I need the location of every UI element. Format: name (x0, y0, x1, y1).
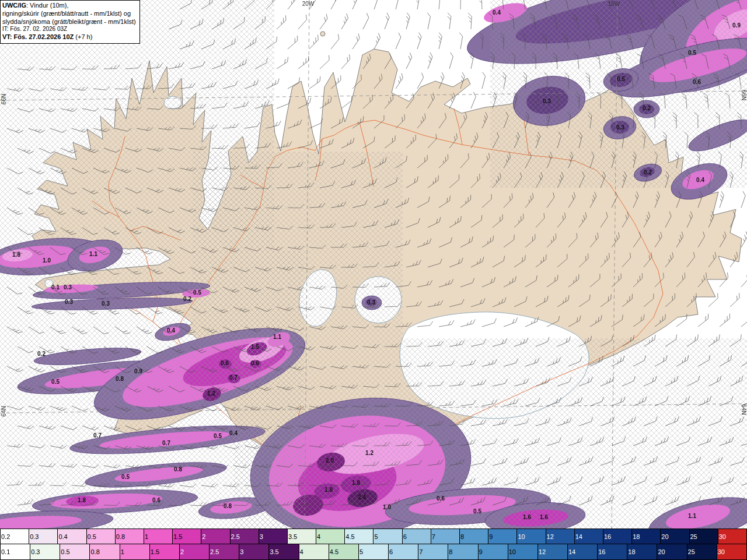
precip-value-label: 0.5 (473, 508, 481, 514)
precip-value-label: 0.8 (116, 376, 124, 382)
precip-value-label: 0.2 (643, 105, 651, 111)
precip-value-label: 2.4 (358, 494, 366, 501)
scale-cell: 16 (603, 529, 632, 544)
scale-cell-label: 25 (688, 548, 695, 555)
precip-scale-row-2: 0.10.30.50.811.522.533.544.5567891012141… (0, 544, 747, 560)
wind-barb (274, 15, 288, 29)
scale-cell-label: 3.5 (288, 533, 297, 540)
precip-value-label: 1.8 (324, 487, 333, 493)
scale-cell: 10 (517, 529, 546, 544)
scale-cell: 1 (120, 544, 150, 559)
precip-value-label: 0.1 (51, 284, 60, 290)
scale-cell-label: 6 (403, 533, 407, 540)
scale-cell-label: 3 (260, 533, 263, 540)
scale-cell-label: 10 (518, 533, 525, 540)
scale-cell-label: 8 (449, 548, 452, 555)
precip-value-label: 1.0 (383, 504, 391, 510)
scale-cell: 20 (657, 544, 687, 559)
precip-value-label: 0.3 (543, 98, 551, 104)
wind-barb (307, 76, 322, 89)
scale-cell-label: 18 (633, 533, 640, 540)
scale-cell: 16 (598, 544, 627, 559)
scale-cell-label: 1 (145, 533, 148, 540)
precip-value-label: 1.1 (273, 334, 281, 340)
precip-value-label: 1.2 (207, 390, 215, 397)
scale-cell: 1.5 (150, 544, 180, 559)
precip-value-label: 0.2 (644, 169, 652, 176)
scale-cell-label: 20 (661, 533, 668, 540)
scale-cell-label: 4.5 (330, 548, 338, 555)
precip-value-label: 0.3 (367, 299, 375, 306)
precip-value-label: 1.1 (89, 251, 97, 257)
scale-cell: 3 (239, 544, 269, 559)
wind-barb (477, 0, 482, 9)
scale-cell: 0.5 (60, 544, 90, 559)
legend-line-rain: rigning/skúrir (grænt/blátt/rautt - mm/1… (2, 10, 136, 18)
init-time: IT: Fös. 27. 02. 2026 03Z (2, 26, 136, 33)
legend-line-snow: slydda/snjókoma (grátt/bleikt/grænt - mm… (2, 18, 136, 26)
scale-cell-label: 7 (419, 548, 423, 555)
scale-cell: 4.5 (345, 529, 374, 544)
precip-value-label: 0.6 (437, 495, 445, 502)
scale-cell: 1.5 (173, 529, 201, 544)
valid-time-line: VT: Fös. 27.02.2026 10Z (+7 h) (2, 33, 136, 41)
graticule-label: 64N (1, 406, 7, 416)
scale-cell-label: 1.5 (173, 533, 182, 540)
scale-cell: 0.3 (30, 544, 60, 559)
precip-value-label: 0.4 (167, 327, 175, 334)
wind-barb (350, 34, 362, 49)
scale-cell-label: 4 (317, 533, 320, 540)
scale-cell: 5 (374, 529, 402, 544)
precip-value-label: 0.4 (696, 177, 704, 183)
precip-value-label: 0.5 (688, 50, 696, 56)
wind-barb (317, 55, 332, 69)
precip-value-label: 0.2 (183, 296, 191, 302)
scale-cell-label: 0.2 (1, 533, 10, 540)
scale-cell: 12 (538, 544, 568, 559)
scale-cell-label: 16 (604, 533, 611, 540)
wind-barb (295, 15, 309, 29)
scale-cell-label: 14 (575, 533, 582, 540)
scale-cell: 0.8 (90, 544, 120, 559)
scale-cell-label: 2 (180, 548, 184, 555)
wind-barb (424, 13, 431, 29)
wind-barb (285, 36, 300, 49)
precip-value-label: 0.8 (224, 503, 232, 509)
precip-value-label: 1.8 (78, 497, 86, 503)
scale-cell-label: 9 (489, 533, 493, 540)
scale-cell: 0.2 (1, 529, 29, 544)
scale-cell-label: 0.4 (58, 533, 67, 540)
scale-cell-label: 4 (300, 548, 303, 555)
wind-barb (381, 13, 390, 29)
scale-cell: 5 (359, 544, 389, 559)
precip-value-label: 0.3 (64, 284, 72, 290)
scale-cell: 8 (448, 544, 478, 559)
scale-cell-label: 0.5 (88, 533, 96, 540)
precip-value-label: 0.8 (174, 466, 182, 473)
scale-cell: 2 (201, 529, 230, 544)
scale-cell: 6 (403, 529, 431, 544)
scale-cell-label: 0.1 (1, 548, 10, 555)
graticule-label: 66N (741, 90, 747, 100)
scale-cell: 6 (389, 544, 418, 559)
wind-barb (738, 191, 746, 208)
wind-barb (446, 52, 454, 69)
weather-map: UWC/IG: Vindur (10m), rigning/skúrir (gr… (0, 0, 747, 528)
scale-cell-label: 8 (460, 533, 464, 540)
scale-cell: 7 (418, 544, 448, 559)
wind-barb (435, 0, 441, 9)
scale-cell-label: 18 (628, 548, 635, 555)
scale-cell: 3.5 (288, 529, 316, 544)
precip-value-label: 1.0 (43, 257, 51, 264)
graticule-label: 66N (1, 94, 7, 104)
wind-barb (435, 33, 443, 49)
precip-value-label: 1.6 (523, 514, 531, 520)
scale-cell-label: 9 (479, 548, 483, 555)
valid-offset: (+7 h) (74, 33, 92, 40)
wind-barb (717, 314, 732, 327)
scale-cell: 25 (690, 529, 718, 544)
graticule-label: 20W (302, 1, 315, 7)
wind-barb (392, 0, 400, 9)
wind-barb (392, 33, 402, 49)
precip-value-label: 0.7 (93, 432, 102, 439)
